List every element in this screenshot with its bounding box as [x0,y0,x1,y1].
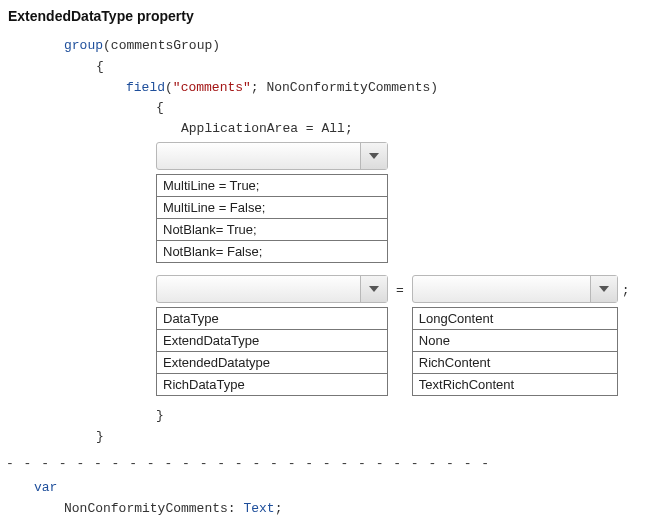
code-line: } [6,427,643,448]
keyword-field: field [126,80,165,95]
brace-open: { [96,59,104,74]
code-line: ApplicationArea = All; [6,119,643,140]
dropdown-block-left: DataType ExtendDataType ExtendedDatatype… [156,275,388,396]
combobox-button[interactable] [590,276,617,302]
brace-close: } [156,408,164,423]
code-line: var [6,478,643,499]
option-list-left: DataType ExtendDataType ExtendedDatatype… [156,307,388,396]
list-item[interactable]: MultiLine = True; [157,175,387,197]
semicolon: ; [345,121,353,136]
combobox-button[interactable] [360,276,387,302]
semicolon: ; [251,80,259,95]
combobox-top[interactable] [156,142,388,170]
brace-close: } [96,429,104,444]
code-line: } [6,406,643,427]
field-ident: NonConformityComments [266,80,430,95]
keyword-var: var [34,480,57,495]
dropdown-row: DataType ExtendDataType ExtendedDatatype… [156,275,643,396]
code-line: group(commentsGroup) [6,36,643,57]
list-item[interactable]: NotBlank= False; [157,241,387,263]
group-arg: commentsGroup [111,38,212,53]
var-type: Text [243,501,274,516]
combobox-button[interactable] [360,143,387,169]
page-title: ExtendedDataType property [6,8,643,24]
list-item[interactable]: DataType [157,308,387,330]
list-item[interactable]: TextRichContent [413,374,617,396]
code-block: group(commentsGroup) { field("comments";… [6,36,643,520]
list-item[interactable]: NotBlank= True; [157,219,387,241]
code-line: { [6,98,643,119]
list-item[interactable]: MultiLine = False; [157,197,387,219]
code-line: field("comments"; NonConformityComments) [6,78,643,99]
option-list-top: MultiLine = True; MultiLine = False; Not… [156,174,388,263]
combobox-value[interactable] [157,276,360,302]
paren-open: ( [103,38,111,53]
dropdown-block-top: MultiLine = True; MultiLine = False; Not… [156,142,643,263]
option-list-right: LongContent None RichContent TextRichCon… [412,307,618,396]
colon: : [228,501,236,516]
document-page: ExtendedDataType property group(comments… [0,0,649,524]
code-line: NonConformityComments: Text; [6,499,643,520]
combobox-right[interactable] [412,275,618,303]
list-item[interactable]: RichDataType [157,374,387,396]
brace-open: { [156,100,164,115]
field-string: "comments" [173,80,251,95]
combobox-value[interactable] [413,276,590,302]
code-line: { [6,57,643,78]
combobox-value[interactable] [157,143,360,169]
paren-open: ( [165,80,173,95]
chevron-down-icon [369,279,379,300]
chevron-down-icon [599,279,609,300]
semicolon: ; [622,275,630,302]
combobox-left[interactable] [156,275,388,303]
paren-close: ) [430,80,438,95]
paren-close: ) [212,38,220,53]
keyword-group: group [64,38,103,53]
equals: = [306,121,314,136]
list-item[interactable]: ExtendedDatatype [157,352,387,374]
list-item[interactable]: LongContent [413,308,617,330]
list-item[interactable]: ExtendDataType [157,330,387,352]
chevron-down-icon [369,146,379,167]
dropdown-block-right: LongContent None RichContent TextRichCon… [412,275,618,396]
var-name: NonConformityComments [64,501,228,516]
separator-dashes: - - - - - - - - - - - - - - - - - - - - … [6,454,643,475]
semicolon: ; [275,501,283,516]
property-name: ApplicationArea [181,121,298,136]
equals: = [396,275,404,302]
list-item[interactable]: None [413,330,617,352]
list-item[interactable]: RichContent [413,352,617,374]
property-value: All [321,121,344,136]
